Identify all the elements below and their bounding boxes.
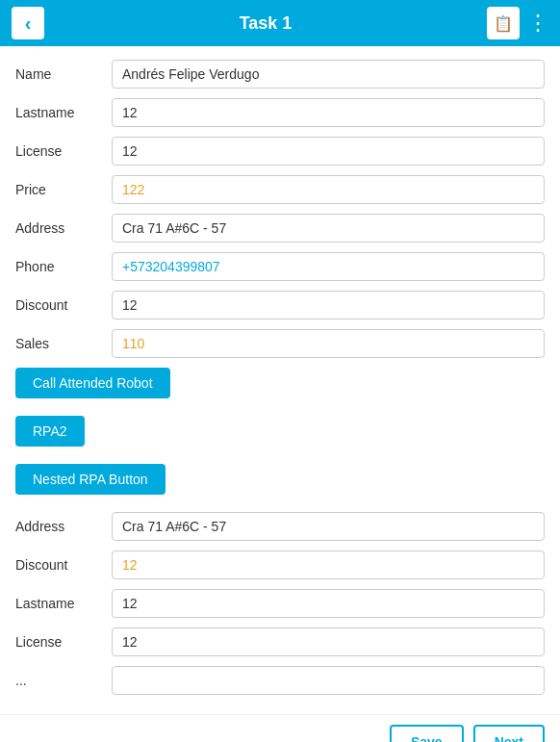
label-name: Name [15, 66, 112, 82]
input-lastname2[interactable] [112, 589, 545, 618]
field-row-name: Name [15, 60, 545, 89]
label-discount: Discount [15, 297, 112, 313]
field-row-lastname: Lastname [15, 98, 545, 127]
label-price: Price [15, 182, 112, 197]
label-sales: Sales [15, 336, 112, 351]
header-right: 📋 ⋮ [487, 7, 548, 39]
input-license2[interactable] [112, 627, 545, 656]
more-button[interactable]: ⋮ [527, 11, 548, 36]
input-price[interactable] [112, 175, 545, 204]
field-row-license: License [15, 137, 545, 166]
clipboard-button[interactable]: 📋 [487, 7, 520, 39]
back-icon: ‹ [25, 13, 32, 35]
label-address: Address [15, 220, 112, 236]
footer: Save Next [0, 714, 560, 742]
input-phone[interactable] [112, 252, 545, 281]
app-container: ‹ Task 1 📋 ⋮ Name Lastname License [0, 0, 560, 742]
label-license2: License [15, 634, 112, 650]
label-license: License [15, 143, 112, 159]
back-button[interactable]: ‹ [12, 7, 44, 39]
header: ‹ Task 1 📋 ⋮ [0, 0, 560, 46]
rpa2-button[interactable]: RPA2 [15, 416, 85, 447]
field-row-lastname2: Lastname [15, 589, 545, 618]
field-row-address: Address [15, 214, 545, 243]
next-button[interactable]: Next [473, 725, 545, 742]
input-lastname[interactable] [112, 98, 545, 127]
clipboard-icon: 📋 [494, 14, 513, 33]
save-button[interactable]: Save [390, 725, 464, 742]
btn-row-nested: Nested RPA Button [15, 464, 545, 502]
input-name[interactable] [112, 60, 545, 89]
input-discount2[interactable] [112, 550, 545, 579]
label-phone: Phone [15, 259, 112, 274]
btn-row-rpa2: RPA2 [15, 416, 545, 454]
field-row-discount2: Discount [15, 550, 545, 579]
input-address2[interactable] [112, 512, 545, 541]
input-discount[interactable] [112, 291, 545, 320]
label-address2: Address [15, 519, 112, 534]
input-sales[interactable] [112, 329, 545, 358]
label-lastname: Lastname [15, 105, 112, 120]
field-row-license2: License [15, 627, 545, 656]
header-title: Task 1 [240, 13, 293, 34]
label-discount2: Discount [15, 557, 112, 573]
nested-rpa-button[interactable]: Nested RPA Button [15, 464, 165, 495]
field-row-discount: Discount [15, 291, 545, 320]
input-more[interactable] [112, 666, 545, 695]
input-license[interactable] [112, 137, 545, 166]
btn-row-call: Call Attended Robot [15, 368, 545, 406]
input-address[interactable] [112, 214, 545, 243]
call-attended-robot-button[interactable]: Call Attended Robot [15, 368, 170, 398]
field-row-sales: Sales [15, 329, 545, 358]
label-lastname2: Lastname [15, 596, 112, 611]
field-row-price: Price [15, 175, 545, 204]
content: Name Lastname License Price Address Phon… [0, 46, 560, 714]
field-row-phone: Phone [15, 252, 545, 281]
field-row-more: ... [15, 666, 545, 695]
header-left: ‹ [12, 7, 44, 39]
more-icon: ⋮ [527, 11, 548, 35]
field-row-address2: Address [15, 512, 545, 541]
label-more: ... [15, 673, 112, 688]
